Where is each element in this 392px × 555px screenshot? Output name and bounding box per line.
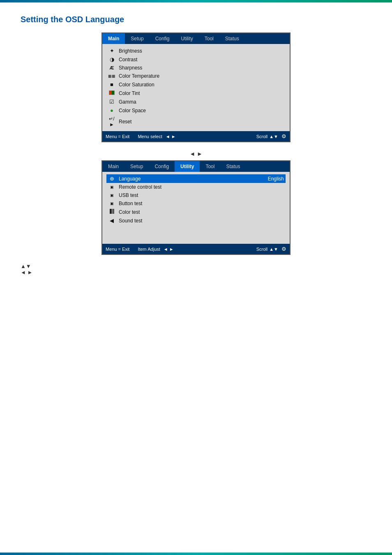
reset-icon: ↵/► xyxy=(108,116,115,127)
list-item: Color test xyxy=(106,208,286,216)
scroll-arrows-2: ▲▼ xyxy=(269,247,278,252)
footer-item-adjust: Item Adjust ◄ ► xyxy=(138,247,173,252)
bottom-border-bar xyxy=(0,553,392,555)
tab-utility-2[interactable]: Utility xyxy=(175,161,200,172)
gamma-icon: ☑ xyxy=(108,99,115,105)
tab-config-2[interactable]: Config xyxy=(149,161,175,172)
list-item: ⊕ Language English xyxy=(106,174,286,183)
contrast-label: Contrast xyxy=(119,57,284,62)
color-test-icon xyxy=(108,209,115,215)
gamma-label: Gamma xyxy=(119,99,284,105)
list-item: ↵/► Reset xyxy=(106,115,286,129)
usb-icon: ▣ xyxy=(108,193,115,197)
footer-menu-exit-2: Menu = Exit xyxy=(106,247,129,252)
osd-menu-1: Main Setup Config Utility Tool Status ✦ … xyxy=(101,32,291,142)
tab-main-2[interactable]: Main xyxy=(102,161,125,172)
tab-tool-1[interactable]: Tool xyxy=(199,33,219,44)
footer-scroll-2: Scroll ▲▼ ⚙ xyxy=(256,246,286,252)
color-tint-icon xyxy=(108,90,115,96)
brightness-label: Brightness xyxy=(119,48,284,54)
sharpness-icon: Æ xyxy=(108,65,115,70)
list-item: ✦ Brightness xyxy=(106,46,286,55)
list-item: ▣ Remote control test xyxy=(106,183,286,191)
button-icon: ▣ xyxy=(108,201,115,206)
remote-label: Remote control test xyxy=(119,184,284,190)
color-space-label: Color Space xyxy=(119,108,284,113)
nav-arrow-2: ▲▼ xyxy=(21,263,371,269)
list-item: ■ Color Saturation xyxy=(106,80,286,89)
usb-label: USB test xyxy=(119,192,284,198)
language-value: English xyxy=(268,176,284,182)
item-adjust-label: Item Adjust xyxy=(138,247,160,252)
remote-icon: ▣ xyxy=(108,185,115,189)
spacer xyxy=(106,225,286,241)
footer-menu-select-1: Menu select ◄ ► xyxy=(138,134,175,139)
osd-tab-bar-1: Main Setup Config Utility Tool Status xyxy=(102,33,290,44)
list-item: ◀ Sound test xyxy=(106,216,286,225)
color-test-label: Color test xyxy=(119,209,284,215)
list-item: ☑ Gamma xyxy=(106,97,286,106)
color-sat-label: Color Saturation xyxy=(119,82,284,88)
color-temp-label: Color Temperature xyxy=(119,73,284,79)
list-item: ▣ Button test xyxy=(106,199,286,208)
tab-tool-2[interactable]: Tool xyxy=(200,161,220,172)
osd-footer-2: Menu = Exit Item Adjust ◄ ► Scroll ▲▼ ⚙ xyxy=(102,244,290,254)
tab-config-1[interactable]: Config xyxy=(150,33,175,44)
tab-main-1[interactable]: Main xyxy=(102,33,125,44)
menu-select-label-1: Menu select xyxy=(138,134,162,139)
nav-arrow-3: ◄ ► xyxy=(21,269,371,275)
list-item: ◑ Contrast xyxy=(106,55,286,64)
osd-body-1: ✦ Brightness ◑ Contrast Æ Sharpness ▦▦ C… xyxy=(102,44,290,131)
gear-icon-1: ⚙ xyxy=(281,133,286,139)
menu-exit-label-1: Menu = Exit xyxy=(106,134,129,139)
list-item: Color Tint xyxy=(106,89,286,97)
list-item: Æ Sharpness xyxy=(106,64,286,72)
color-temp-icon: ▦▦ xyxy=(108,74,115,78)
list-item: ● Color Space xyxy=(106,106,286,115)
scroll-label-2: Scroll xyxy=(256,247,268,252)
button-label: Button test xyxy=(119,201,284,206)
tab-utility-1[interactable]: Utility xyxy=(175,33,198,44)
scroll-arrows-1: ▲▼ xyxy=(269,134,278,139)
osd-body-2: ⊕ Language English ▣ Remote control test… xyxy=(102,172,290,244)
reset-label: Reset xyxy=(119,119,284,125)
sound-icon: ◀ xyxy=(108,217,115,224)
tab-setup-1[interactable]: Setup xyxy=(125,33,149,44)
menu-select-arrows-1: ◄ ► xyxy=(166,134,176,139)
list-item: ▣ USB test xyxy=(106,191,286,199)
gear-icon-2: ⚙ xyxy=(281,246,286,252)
sun-icon: ✦ xyxy=(108,48,115,54)
list-item: ▦▦ Color Temperature xyxy=(106,72,286,80)
osd-tab-bar-2: Main Setup Config Utility Tool Status xyxy=(102,161,290,172)
language-icon: ⊕ xyxy=(108,176,115,182)
osd-footer-1: Menu = Exit Menu select ◄ ► Scroll ▲▼ ⚙ xyxy=(102,131,290,141)
page-title: Setting the OSD Language xyxy=(21,15,371,24)
menu-exit-label-2: Menu = Exit xyxy=(106,247,129,252)
sound-label: Sound test xyxy=(119,218,284,224)
nav-arrow-1: ◄ ► xyxy=(21,150,371,157)
language-label: Language xyxy=(119,176,265,182)
footer-scroll-1: Scroll ▲▼ ⚙ xyxy=(256,133,286,139)
item-adjust-arrows: ◄ ► xyxy=(164,247,174,252)
contrast-icon: ◑ xyxy=(108,56,115,62)
tab-setup-2[interactable]: Setup xyxy=(125,161,149,172)
color-tint-label: Color Tint xyxy=(119,90,284,96)
color-sat-icon: ■ xyxy=(108,81,115,88)
tab-status-1[interactable]: Status xyxy=(219,33,245,44)
osd-menu-2: Main Setup Config Utility Tool Status ⊕ … xyxy=(101,160,291,255)
nav-area-2: ▲▼ ◄ ► xyxy=(21,263,371,275)
scroll-label-1: Scroll xyxy=(256,134,268,139)
color-space-icon: ● xyxy=(108,107,115,113)
footer-menu-exit-1: Menu = Exit xyxy=(106,134,129,139)
tab-status-2[interactable]: Status xyxy=(220,161,246,172)
sharpness-label: Sharpness xyxy=(119,65,284,71)
page-content: Setting the OSD Language Main Setup Conf… xyxy=(0,2,392,288)
